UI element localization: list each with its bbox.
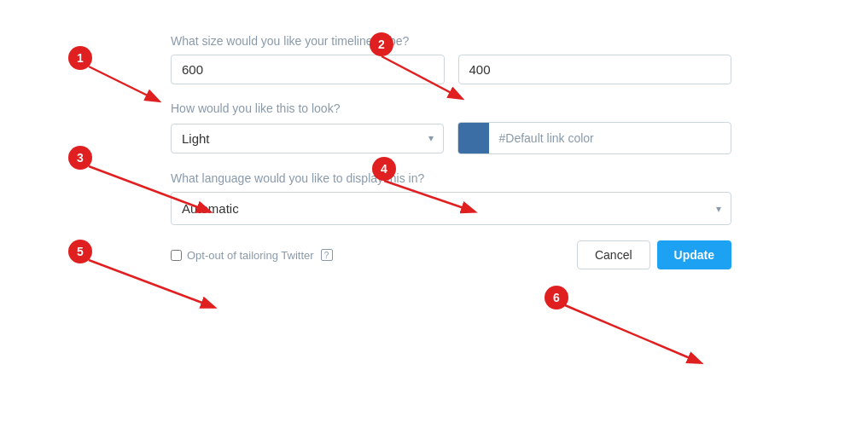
height-input[interactable] [458, 55, 732, 84]
language-question: What language would you like to display … [171, 171, 731, 185]
color-swatch[interactable] [458, 123, 489, 153]
opt-out-checkbox[interactable] [171, 250, 182, 261]
language-section: What language would you like to display … [171, 171, 731, 225]
opt-out-text: Opt-out of tailoring Twitter [187, 249, 314, 262]
theme-select[interactable]: Light Dark [171, 124, 444, 153]
language-select[interactable]: Automatic English Spanish French [171, 192, 731, 225]
help-icon[interactable]: ? [321, 249, 333, 261]
language-select-wrapper: Automatic English Spanish French ▾ [171, 192, 731, 225]
theme-select-wrapper: Light Dark ▾ [171, 124, 444, 153]
svg-line-18 [565, 305, 700, 362]
opt-out-label[interactable]: Opt-out of tailoring Twitter ? [171, 249, 333, 262]
look-inputs: Light Dark ▾ #Default link color [171, 122, 731, 154]
look-question: How would you like this to look? [171, 101, 731, 115]
update-button[interactable]: Update [657, 240, 731, 269]
color-label: #Default link color [489, 124, 731, 152]
cancel-button[interactable]: Cancel [577, 240, 650, 269]
button-row: Cancel Update [577, 240, 731, 269]
footer-row: Opt-out of tailoring Twitter ? Cancel Up… [171, 240, 731, 269]
width-input[interactable] [171, 55, 445, 84]
look-section: How would you like this to look? Light D… [171, 101, 731, 154]
size-inputs [171, 55, 731, 84]
size-section: What size would you like your timeline t… [171, 34, 731, 84]
size-question: What size would you like your timeline t… [171, 34, 731, 48]
color-picker-row[interactable]: #Default link color [457, 122, 732, 154]
